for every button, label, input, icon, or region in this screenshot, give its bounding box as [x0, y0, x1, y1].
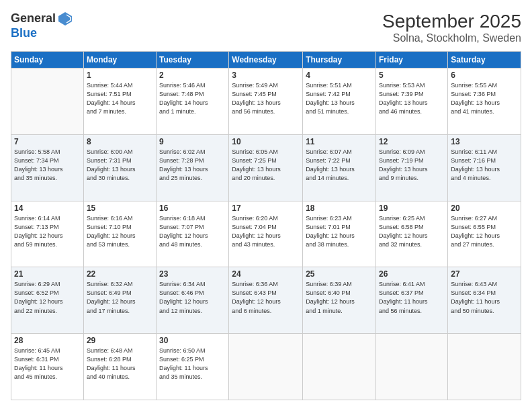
day-number: 10 — [232, 137, 300, 146]
calendar-cell: 20Sunrise: 6:27 AMSunset: 6:55 PMDayligh… — [448, 201, 521, 267]
cell-info: Sunrise: 6:41 AMSunset: 6:37 PMDaylight:… — [379, 280, 445, 315]
day-number: 14 — [14, 203, 81, 213]
week-row-1: 1Sunrise: 5:44 AMSunset: 7:51 PMDaylight… — [11, 68, 521, 135]
day-number: 27 — [451, 269, 518, 279]
day-number: 3 — [232, 71, 300, 80]
week-row-5: 28Sunrise: 6:45 AMSunset: 6:31 PMDayligh… — [11, 334, 521, 400]
calendar-cell: 28Sunrise: 6:45 AMSunset: 6:31 PMDayligh… — [11, 334, 84, 400]
logo: General Blue — [11, 11, 73, 40]
day-header-sunday: Sunday — [11, 52, 84, 68]
day-number: 25 — [306, 269, 373, 279]
cell-info: Sunrise: 6:36 AMSunset: 6:43 PMDaylight:… — [232, 280, 300, 315]
calendar-cell: 3Sunrise: 5:49 AMSunset: 7:45 PMDaylight… — [229, 68, 303, 135]
calendar-cell: 17Sunrise: 6:20 AMSunset: 7:04 PMDayligh… — [229, 201, 303, 267]
day-number: 29 — [87, 336, 153, 345]
day-number: 24 — [232, 269, 300, 279]
calendar-cell: 12Sunrise: 6:09 AMSunset: 7:19 PMDayligh… — [376, 134, 448, 201]
calendar-cell: 13Sunrise: 6:11 AMSunset: 7:16 PMDayligh… — [448, 134, 521, 201]
page: General Blue September 2025 Solna, Stock… — [0, 0, 532, 411]
day-number: 12 — [379, 137, 445, 146]
day-header-friday: Friday — [376, 52, 448, 68]
cell-info: Sunrise: 6:07 AMSunset: 7:22 PMDaylight:… — [306, 148, 373, 183]
calendar-cell: 14Sunrise: 6:14 AMSunset: 7:13 PMDayligh… — [11, 201, 84, 267]
day-header-thursday: Thursday — [303, 52, 376, 68]
cell-info: Sunrise: 6:45 AMSunset: 6:31 PMDaylight:… — [14, 347, 81, 381]
calendar-cell: 5Sunrise: 5:53 AMSunset: 7:39 PMDaylight… — [376, 68, 448, 135]
calendar-cell: 1Sunrise: 5:44 AMSunset: 7:51 PMDaylight… — [83, 68, 156, 135]
day-number: 28 — [14, 336, 81, 345]
calendar-cell: 16Sunrise: 6:18 AMSunset: 7:07 PMDayligh… — [157, 201, 229, 267]
cell-info: Sunrise: 6:25 AMSunset: 6:58 PMDaylight:… — [379, 214, 445, 249]
cell-info: Sunrise: 6:20 AMSunset: 7:04 PMDaylight:… — [232, 214, 300, 249]
cell-info: Sunrise: 6:29 AMSunset: 6:52 PMDaylight:… — [14, 280, 81, 315]
calendar-cell: 4Sunrise: 5:51 AMSunset: 7:42 PMDaylight… — [303, 68, 376, 135]
calendar-cell: 30Sunrise: 6:50 AMSunset: 6:25 PMDayligh… — [157, 334, 229, 400]
cell-info: Sunrise: 6:14 AMSunset: 7:13 PMDaylight:… — [14, 214, 81, 249]
day-number: 5 — [379, 71, 445, 80]
cell-info: Sunrise: 5:53 AMSunset: 7:39 PMDaylight:… — [379, 81, 445, 116]
calendar-cell — [229, 334, 303, 400]
day-number: 16 — [159, 203, 226, 213]
calendar-cell: 9Sunrise: 6:02 AMSunset: 7:28 PMDaylight… — [157, 134, 229, 201]
cell-info: Sunrise: 6:50 AMSunset: 6:25 PMDaylight:… — [159, 347, 226, 381]
cell-info: Sunrise: 6:16 AMSunset: 7:10 PMDaylight:… — [87, 214, 153, 249]
calendar-cell: 26Sunrise: 6:41 AMSunset: 6:37 PMDayligh… — [376, 267, 448, 334]
day-number: 11 — [306, 137, 373, 146]
day-number: 1 — [87, 71, 153, 80]
day-header-tuesday: Tuesday — [157, 52, 229, 68]
logo-icon — [57, 11, 73, 27]
calendar-cell: 23Sunrise: 6:34 AMSunset: 6:46 PMDayligh… — [157, 267, 229, 334]
calendar-cell: 6Sunrise: 5:55 AMSunset: 7:36 PMDaylight… — [448, 68, 521, 135]
day-number: 19 — [379, 203, 445, 213]
day-number: 9 — [159, 137, 226, 146]
day-header-wednesday: Wednesday — [229, 52, 303, 68]
calendar: SundayMondayTuesdayWednesdayThursdayFrid… — [11, 51, 521, 400]
calendar-cell: 11Sunrise: 6:07 AMSunset: 7:22 PMDayligh… — [303, 134, 376, 201]
calendar-cell: 27Sunrise: 6:43 AMSunset: 6:34 PMDayligh… — [448, 267, 521, 334]
calendar-cell — [448, 334, 521, 400]
month-title: September 2025 — [382, 11, 521, 32]
logo-general: General — [11, 12, 56, 26]
calendar-cell: 22Sunrise: 6:32 AMSunset: 6:49 PMDayligh… — [83, 267, 156, 334]
day-number: 26 — [379, 269, 445, 279]
cell-info: Sunrise: 6:27 AMSunset: 6:55 PMDaylight:… — [451, 214, 518, 249]
cell-info: Sunrise: 6:43 AMSunset: 6:34 PMDaylight:… — [451, 280, 518, 315]
day-number: 8 — [87, 137, 153, 146]
logo-blue: Blue — [11, 27, 73, 40]
calendar-cell: 19Sunrise: 6:25 AMSunset: 6:58 PMDayligh… — [376, 201, 448, 267]
day-number: 22 — [87, 269, 153, 279]
day-number: 21 — [14, 269, 81, 279]
cell-info: Sunrise: 6:05 AMSunset: 7:25 PMDaylight:… — [232, 148, 300, 183]
calendar-cell: 10Sunrise: 6:05 AMSunset: 7:25 PMDayligh… — [229, 134, 303, 201]
location-title: Solna, Stockholm, Sweden — [382, 32, 521, 44]
day-number: 6 — [451, 71, 518, 80]
cell-info: Sunrise: 5:44 AMSunset: 7:51 PMDaylight:… — [87, 81, 153, 116]
cell-info: Sunrise: 6:00 AMSunset: 7:31 PMDaylight:… — [87, 148, 153, 183]
calendar-cell: 15Sunrise: 6:16 AMSunset: 7:10 PMDayligh… — [83, 201, 156, 267]
day-number: 20 — [451, 203, 518, 213]
day-number: 17 — [232, 203, 300, 213]
cell-info: Sunrise: 6:02 AMSunset: 7:28 PMDaylight:… — [159, 148, 226, 183]
week-row-4: 21Sunrise: 6:29 AMSunset: 6:52 PMDayligh… — [11, 267, 521, 334]
cell-info: Sunrise: 6:39 AMSunset: 6:40 PMDaylight:… — [306, 280, 373, 315]
cell-info: Sunrise: 6:18 AMSunset: 7:07 PMDaylight:… — [159, 214, 226, 249]
calendar-cell: 8Sunrise: 6:00 AMSunset: 7:31 PMDaylight… — [83, 134, 156, 201]
day-number: 4 — [306, 71, 373, 80]
day-header-saturday: Saturday — [448, 52, 521, 68]
cell-info: Sunrise: 6:09 AMSunset: 7:19 PMDaylight:… — [379, 148, 445, 183]
cell-info: Sunrise: 6:11 AMSunset: 7:16 PMDaylight:… — [451, 148, 518, 183]
calendar-cell: 18Sunrise: 6:23 AMSunset: 7:01 PMDayligh… — [303, 201, 376, 267]
cell-info: Sunrise: 5:51 AMSunset: 7:42 PMDaylight:… — [306, 81, 373, 116]
day-number: 30 — [159, 336, 226, 345]
day-header-monday: Monday — [83, 52, 156, 68]
cell-info: Sunrise: 6:48 AMSunset: 6:28 PMDaylight:… — [87, 347, 153, 381]
calendar-cell — [376, 334, 448, 400]
day-number: 13 — [451, 137, 518, 146]
day-number: 15 — [87, 203, 153, 213]
title-section: September 2025 Solna, Stockholm, Sweden — [382, 11, 521, 44]
calendar-cell: 29Sunrise: 6:48 AMSunset: 6:28 PMDayligh… — [83, 334, 156, 400]
week-row-3: 14Sunrise: 6:14 AMSunset: 7:13 PMDayligh… — [11, 201, 521, 267]
cell-info: Sunrise: 5:58 AMSunset: 7:34 PMDaylight:… — [14, 148, 81, 183]
header: General Blue September 2025 Solna, Stock… — [11, 11, 521, 44]
cell-info: Sunrise: 5:49 AMSunset: 7:45 PMDaylight:… — [232, 81, 300, 116]
